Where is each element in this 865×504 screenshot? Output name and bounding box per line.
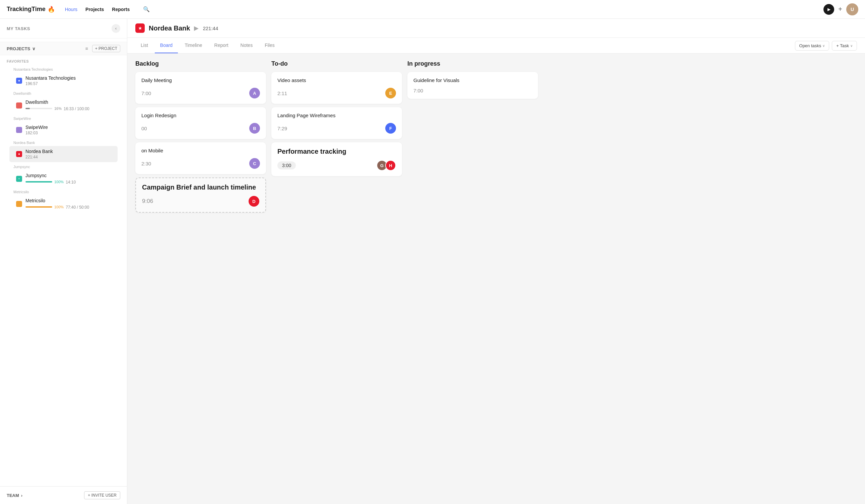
task-card-mobile[interactable]: on Mobile 2:30 C xyxy=(135,142,266,174)
project-name-dwellsmith: Dwellsmith xyxy=(25,99,111,105)
progress-label-jumpsync: 100% xyxy=(54,180,64,184)
nav-projects[interactable]: Projects xyxy=(85,7,104,12)
project-name-jumpsync: Jumpsync xyxy=(25,173,111,178)
task-card-daily-meeting[interactable]: Daily Meeting 7:00 A xyxy=(135,72,266,104)
play-icon: ▶ xyxy=(828,7,830,12)
task-name: on Mobile xyxy=(141,148,260,153)
task-avatar: F xyxy=(385,123,396,133)
project-group-jumpsync: Jumpsync + Jumpsync 100% 14:10 xyxy=(7,164,120,187)
task-name: Performance tracking xyxy=(277,148,396,155)
progress-label-metricsilo: 100% xyxy=(54,205,64,209)
board-column-inprogress: In progress Guideline for Visuals 7:00 xyxy=(407,60,538,497)
task-time: 7:29 xyxy=(277,126,287,131)
tab-timeline[interactable]: Timeline xyxy=(179,38,207,53)
project-group-nordea: Nordea Bank ★ Nordea Bank 221:44 xyxy=(7,140,120,162)
tab-board[interactable]: Board xyxy=(155,38,178,53)
nav-right: ▶ + U xyxy=(823,3,858,15)
project-header-time: 221:44 xyxy=(203,25,218,31)
progress-bar-dwellsmith xyxy=(25,108,52,109)
favorites-label: FAVORITES xyxy=(7,59,120,63)
project-group-dwellsmith: Dwellsmith Dwellsmith 16% 16:33 / 100:00 xyxy=(7,91,120,114)
project-group-name-jumpsync: Jumpsync xyxy=(7,164,120,169)
project-name-nusantara: Nusantara Technologies xyxy=(25,75,111,81)
task-footer: 2:30 C xyxy=(141,158,260,169)
board-column-backlog: Backlog Daily Meeting 7:00 A Login Redes… xyxy=(135,60,266,497)
project-progress-dwellsmith: 16% 16:33 / 100:00 xyxy=(25,106,111,111)
sidebar-collapse-button[interactable]: ‹ xyxy=(112,24,120,33)
task-name: Guideline for Visuals xyxy=(413,77,532,83)
tab-list[interactable]: List xyxy=(135,38,153,53)
my-tasks-header: MY TASKS ‹ xyxy=(0,19,127,38)
global-add-button[interactable]: + xyxy=(838,5,842,13)
project-group-name-swipewire: SwipeWire xyxy=(7,116,120,121)
project-info-nusantara: Nusantara Technologies 196:57 xyxy=(25,75,111,86)
project-info-dwellsmith: Dwellsmith 16% 16:33 / 100:00 xyxy=(25,99,111,111)
project-time-metricsilo: 77:40 / 50:00 xyxy=(66,205,89,210)
team-label[interactable]: TEAM › xyxy=(7,493,22,498)
task-avatar: D xyxy=(249,196,259,207)
task-name: Video assets xyxy=(277,77,396,83)
project-progress-jumpsync: 100% 14:10 xyxy=(25,179,111,185)
logo[interactable]: TrackingTime 🔥 xyxy=(7,6,55,13)
invite-user-button[interactable]: + INVITE USER xyxy=(84,491,120,499)
task-footer: 2:11 E xyxy=(277,88,396,98)
progress-fill-dwellsmith xyxy=(25,108,30,109)
add-task-chevron-icon: ∨ xyxy=(850,44,853,48)
global-play-button[interactable]: ▶ xyxy=(823,4,834,15)
open-tasks-button[interactable]: Open tasks ∨ xyxy=(795,41,830,50)
progress-bar-jumpsync xyxy=(25,181,52,183)
project-progress-metricsilo: 100% 77:40 / 50:00 xyxy=(25,204,111,210)
board-column-todo: To-do Video assets 2:11 E Landing Page W… xyxy=(272,60,402,497)
nav-hours[interactable]: Hours xyxy=(65,7,77,12)
task-card-landing-page[interactable]: Landing Page Wireframes 7:29 F xyxy=(272,107,402,139)
add-project-button[interactable]: + PROJECT xyxy=(92,45,120,52)
sidebar-item-jumpsync[interactable]: + Jumpsync 100% 14:10 xyxy=(9,170,118,187)
task-footer: 00 B xyxy=(141,123,260,133)
project-group-swipewire: SwipeWire SwipeWire 182:03 xyxy=(7,116,120,138)
search-button[interactable]: 🔍 xyxy=(143,6,150,12)
sidebar-item-nusantara[interactable]: ★ Nusantara Technologies 196:57 xyxy=(9,73,118,89)
project-header: ★ Nordea Bank ▶ 221:44 xyxy=(127,19,865,38)
task-card-performance-tracking[interactable]: Performance tracking 3:00 G H xyxy=(272,142,402,176)
task-card-guideline[interactable]: Guideline for Visuals 7:00 xyxy=(407,72,538,99)
projects-label[interactable]: PROJECTS ∨ xyxy=(7,46,35,51)
main-layout: MY TASKS ‹ PROJECTS ∨ ≡ + PROJECT FAVORI… xyxy=(0,19,865,504)
tab-actions: Open tasks ∨ + Task ∨ xyxy=(795,41,857,50)
sidebar-item-dwellsmith[interactable]: Dwellsmith 16% 16:33 / 100:00 xyxy=(9,97,118,114)
projects-chevron-icon: ∨ xyxy=(32,46,35,51)
open-tasks-chevron-icon: ∨ xyxy=(822,44,825,48)
task-time: 2:30 xyxy=(141,161,151,166)
project-group-name: Nusantara Technologies xyxy=(7,67,120,72)
sidebar-item-swipewire[interactable]: SwipeWire 182:03 xyxy=(9,122,118,138)
tabs-bar: List Board Timeline Report Notes Files O… xyxy=(127,38,865,54)
task-footer: 7:29 F xyxy=(277,123,396,133)
task-card-login-redesign[interactable]: Login Redesign 00 B xyxy=(135,107,266,139)
tabs: List Board Timeline Report Notes Files xyxy=(135,38,280,53)
add-task-button[interactable]: + Task ∨ xyxy=(832,41,857,50)
sidebar-item-nordea[interactable]: ★ Nordea Bank 221:44 xyxy=(9,146,118,162)
nav-reports[interactable]: Reports xyxy=(112,7,130,12)
tab-files[interactable]: Files xyxy=(259,38,280,53)
project-time-nusantara: 196:57 xyxy=(25,81,111,86)
task-footer: 7:00 xyxy=(413,88,532,93)
projects-section: PROJECTS ∨ ≡ + PROJECT FAVORITES Nusanta… xyxy=(0,38,127,486)
tab-report[interactable]: Report xyxy=(209,38,234,53)
tab-notes[interactable]: Notes xyxy=(235,38,258,53)
sidebar: MY TASKS ‹ PROJECTS ∨ ≡ + PROJECT FAVORI… xyxy=(0,19,127,504)
project-group-name-dwellsmith: Dwellsmith xyxy=(7,91,120,96)
project-info-jumpsync: Jumpsync 100% 14:10 xyxy=(25,173,111,185)
nav-links: Hours Projects Reports 🔍 xyxy=(65,6,150,12)
task-card-campaign[interactable]: Campaign Brief and launch timeline 9:06 … xyxy=(135,177,266,213)
user-avatar[interactable]: U xyxy=(846,3,858,15)
progress-label-dwellsmith: 16% xyxy=(54,106,62,110)
project-icon-metricsilo xyxy=(16,201,22,207)
task-avatar: A xyxy=(249,88,260,98)
sidebar-item-metricsilo[interactable]: Metricsilo 100% 77:40 / 50:00 xyxy=(9,195,118,212)
project-info-metricsilo: Metricsilo 100% 77:40 / 50:00 xyxy=(25,198,111,210)
task-footer: 3:00 G H xyxy=(277,160,396,171)
task-card-video-assets[interactable]: Video assets 2:11 E xyxy=(272,72,402,104)
project-time-dwellsmith: 16:33 / 100:00 xyxy=(64,106,90,111)
task-time: 00 xyxy=(141,126,147,131)
projects-list-icon[interactable]: ≡ xyxy=(84,45,89,52)
project-play-button[interactable]: ▶ xyxy=(194,24,199,32)
